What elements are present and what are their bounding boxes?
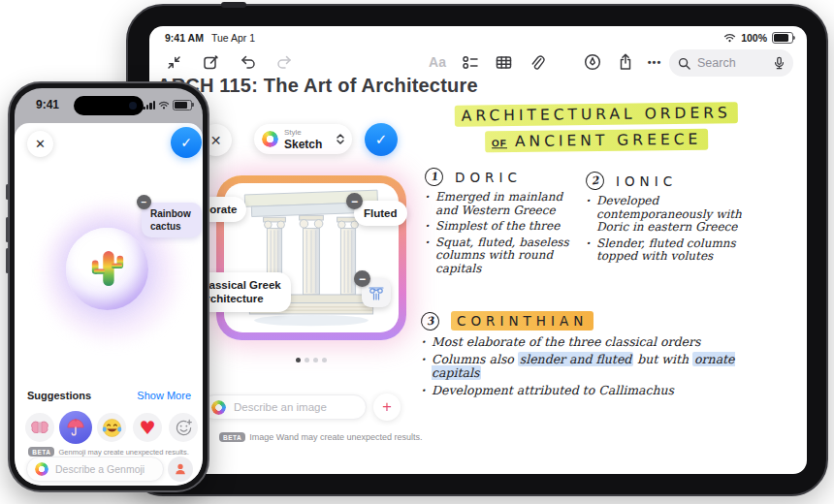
remove-fluted-button[interactable]: −	[346, 193, 363, 209]
attachment-icon[interactable]	[524, 49, 549, 75]
camera-lens	[129, 102, 137, 110]
style-label: Style	[284, 129, 331, 137]
ipad-device: 9:41 AM Tue Apr 1 100%	[126, 4, 828, 496]
show-more-link[interactable]: Show More	[137, 390, 191, 401]
beta-badge: BETA	[219, 432, 245, 442]
iphone-time: 9:41	[36, 98, 59, 111]
ipad-notes-app: 9:41 AM Tue Apr 1 100%	[149, 26, 807, 474]
signal-icon	[143, 101, 155, 110]
describe-genmoji-input[interactable]	[53, 462, 155, 476]
describe-genmoji-field[interactable]	[26, 457, 164, 482]
corinthian-name: CORINTHIAN	[451, 311, 593, 331]
doric-bullet: Simplest of the three	[425, 220, 572, 234]
action-button	[6, 184, 9, 200]
suggestion-heart-emoji[interactable]: ♥	[133, 413, 162, 442]
iphone-status-icons	[143, 100, 192, 110]
beta-badge: BETA	[28, 447, 54, 457]
apple-intelligence-icon	[211, 400, 226, 415]
dynamic-island	[74, 96, 144, 115]
chevron-updown-icon	[337, 134, 344, 144]
page-dot[interactable]	[322, 358, 327, 362]
ipad-date: Tue Apr 1	[211, 32, 255, 44]
heading-line2: OFANCIENT GREECE	[485, 129, 709, 153]
ipad-volume-button	[221, 2, 246, 8]
close-icon: ✕	[35, 137, 46, 151]
image-wand-disclaimer: BETA Image Wand may create unexpected re…	[219, 432, 422, 442]
suggestions-label: Suggestions	[27, 390, 91, 401]
genmoji-preview-orb	[66, 228, 148, 310]
suggestion-joy-emoji[interactable]	[97, 413, 126, 442]
corinthian-bullet: Columns also slender and fluted but with…	[421, 353, 741, 381]
wifi-icon	[723, 33, 736, 43]
remove-sketch-reference-button[interactable]: −	[354, 270, 370, 287]
suggestion-brain-emoji[interactable]	[25, 413, 54, 442]
style-selector[interactable]: Style Sketch	[254, 124, 352, 154]
undo-button[interactable]	[235, 49, 260, 75]
close-icon: ✕	[210, 133, 222, 148]
section-doric: 1 DORIC Emerged in mainland and Western …	[425, 168, 588, 278]
collapse-button[interactable]	[161, 49, 186, 75]
text-format-button[interactable]: Aa	[425, 49, 450, 75]
ipad-status-icons: 100%	[723, 32, 793, 44]
volume-up-button	[6, 217, 9, 242]
genmoji-confirm-button[interactable]: ✓	[171, 127, 202, 158]
mic-icon[interactable]	[774, 56, 785, 70]
search-icon	[678, 57, 690, 70]
iphone-device: 9:41 ✕ ✓	[8, 81, 209, 492]
note-title: ARCH 115: The Art of Architecture	[157, 75, 478, 97]
doric-name: DORIC	[455, 170, 522, 185]
minus-icon: −	[351, 196, 358, 207]
volume-down-button	[6, 248, 9, 273]
section-corinthian: 3 CORINTHIAN Most elaborate of the three…	[421, 311, 760, 400]
minus-icon: −	[359, 273, 366, 285]
search-input[interactable]	[695, 55, 769, 71]
iphone-screen: 9:41 ✕ ✓	[15, 88, 203, 486]
add-description-button[interactable]: +	[373, 394, 401, 421]
page-dot[interactable]	[305, 358, 309, 362]
ionic-bullet: Slender, fluted columns topped with volu…	[586, 237, 751, 264]
style-icon	[262, 131, 278, 147]
check-icon: ✓	[375, 131, 388, 148]
marketing-composition: 9:41 AM Tue Apr 1 100%	[0, 0, 834, 504]
section-ionic: 2 IONIC Developed contemporaneously with…	[586, 172, 766, 267]
check-icon: ✓	[180, 135, 192, 150]
describe-image-input[interactable]	[232, 400, 357, 414]
redo-button[interactable]	[272, 49, 297, 75]
plus-icon: +	[382, 397, 392, 417]
share-icon[interactable]	[613, 49, 638, 75]
ionic-bullet: Developed contemporaneously with Doric i…	[586, 195, 751, 235]
search-field[interactable]	[669, 49, 793, 77]
checklist-icon[interactable]	[458, 49, 483, 75]
ipad-battery-percent: 100%	[741, 32, 767, 44]
doric-bullet: Squat, fluted, baseless columns with rou…	[425, 236, 572, 276]
style-value: Sketch	[284, 139, 331, 150]
person-genmoji-button[interactable]	[168, 457, 193, 482]
markup-icon[interactable]	[580, 49, 605, 75]
page-dot[interactable]	[313, 358, 318, 362]
minus-icon: −	[142, 198, 147, 207]
suggestion-umbrella-emoji[interactable]	[59, 411, 92, 444]
add-emoji-button[interactable]	[169, 413, 198, 442]
genmoji-sheet: ✕ ✓	[15, 123, 203, 486]
notes-heading: ARCHITECTURAL ORDERS OFANCIENT GREECE	[436, 104, 757, 153]
apple-intelligence-icon	[35, 462, 48, 476]
ionic-number: 2	[585, 171, 605, 191]
person-icon	[174, 462, 187, 476]
capital-sketch-icon	[367, 283, 386, 302]
ionic-name: IONIC	[616, 173, 677, 189]
corinthian-bullet: Most elaborate of the three classical or…	[421, 335, 741, 350]
genmoji-disclaimer: BETA Genmoji may create unexpected resul…	[15, 447, 203, 457]
describe-image-field[interactable]	[202, 394, 367, 420]
tag-rainbow-cactus[interactable]: Rainbow cactus	[142, 203, 202, 237]
doric-bullet: Emerged in mainland and Western Greece	[425, 191, 572, 217]
battery-icon	[173, 100, 192, 110]
more-button[interactable]: •••	[642, 49, 667, 75]
heading-line1: ARCHITECTURAL ORDERS	[455, 102, 738, 127]
genmoji-close-button[interactable]: ✕	[27, 131, 53, 157]
ipad-time: 9:41 AM	[165, 32, 204, 44]
remove-genmoji-tag-button[interactable]: −	[137, 195, 151, 209]
image-wand-confirm-button[interactable]: ✓	[365, 123, 398, 156]
page-dot[interactable]	[296, 358, 301, 362]
compose-button[interactable]	[198, 49, 223, 75]
table-icon[interactable]	[491, 49, 516, 75]
